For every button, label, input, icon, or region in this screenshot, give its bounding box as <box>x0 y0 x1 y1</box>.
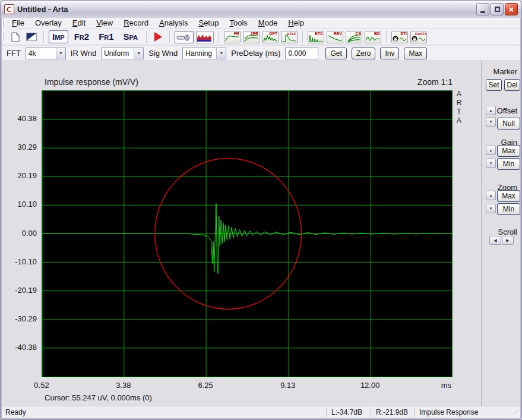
y-tick-label: -40.38 <box>2 343 37 352</box>
status-bar: Ready L:-34.7dB R:-21.9dB Impulse Respon… <box>1 406 521 418</box>
zoom-max-button[interactable]: Max <box>497 190 520 202</box>
tool-rasti-button[interactable]: RASTI <box>410 31 427 43</box>
gain-up-button[interactable]: ▲ <box>486 146 496 155</box>
maximize-button[interactable] <box>491 3 504 15</box>
menu-bar: FileOverlayEditViewRecordAnalysisSetupTo… <box>1 18 521 29</box>
spin-down-icon: ▼ <box>489 120 493 124</box>
offset-up-button[interactable]: ▲ <box>486 106 496 115</box>
menu-tools[interactable]: Tools <box>224 18 252 29</box>
tool-bd-button[interactable]: BD <box>365 31 381 43</box>
spin-up-icon: ▲ <box>489 149 493 152</box>
menu-analysis[interactable]: Analysis <box>154 18 193 29</box>
tool-fr-button[interactable]: FR <box>224 31 241 43</box>
fft-value: 4k <box>26 49 56 58</box>
arta-letter: T <box>455 108 463 116</box>
record-play-button[interactable] <box>151 31 164 43</box>
ir-wnd-select[interactable]: Uniform ▾ <box>101 48 144 59</box>
close-icon: × <box>509 5 514 14</box>
tool-etc-button[interactable]: ETC <box>308 31 324 43</box>
y-tick-label: -10.10 <box>2 257 37 266</box>
tool-sti-button[interactable]: STI <box>391 31 408 43</box>
tool-2fr-button[interactable]: 2FR <box>243 31 260 43</box>
generator-button[interactable] <box>175 31 194 43</box>
sti-icon-label: STI <box>400 31 407 36</box>
dft-icon-label: DFT <box>269 31 277 36</box>
mode-buttons: ImpFr2Fr1Spa <box>48 30 143 43</box>
tool-rev-button[interactable]: REV <box>327 31 343 43</box>
toolbar-separator <box>169 31 170 43</box>
offset-null-button[interactable]: Null <box>497 118 520 130</box>
zero-button[interactable]: Zero <box>352 48 376 59</box>
chevron-down-icon[interactable]: ▾ <box>134 48 143 59</box>
title-bar[interactable]: C Untitled - Arta × <box>0 0 522 18</box>
2fr-icon-label: 2FR <box>251 31 258 36</box>
toolbar-grip[interactable] <box>2 33 4 41</box>
scroll-left-icon: ◀ <box>493 238 496 243</box>
generator-mic-icon <box>175 33 191 43</box>
y-tick-label: 0.00 <box>2 229 37 238</box>
gain-max-button[interactable]: Max <box>497 145 520 157</box>
scroll-right-icon: ▶ <box>506 238 509 243</box>
zoom-down-button[interactable]: ▼ <box>486 204 496 213</box>
inv-button[interactable]: Inv <box>380 48 399 59</box>
y-tick-label: -20.19 <box>2 286 37 295</box>
scroll-left-button[interactable]: ◀ <box>489 236 501 245</box>
gain-min-button[interactable]: Min <box>497 158 520 170</box>
close-button[interactable]: × <box>505 3 518 15</box>
tool-dft-button[interactable]: DFT <box>262 31 279 43</box>
tool-fr1-button[interactable]: Fr1 <box>95 30 117 43</box>
spin-down-icon: ▼ <box>489 162 493 165</box>
fft-label: FFT <box>7 49 21 58</box>
zoom-up-button[interactable]: ▲ <box>486 191 496 200</box>
menu-grip[interactable] <box>2 19 4 27</box>
resize-grip[interactable]: ⋰ <box>498 409 521 416</box>
tool-step-button[interactable]: STEP <box>281 31 298 43</box>
signal-wave-button[interactable] <box>196 31 214 43</box>
zoom-min-button[interactable]: Min <box>497 203 520 215</box>
tool-spa-button[interactable]: Spa <box>120 30 141 43</box>
chevron-down-icon[interactable]: ▾ <box>56 48 65 59</box>
spin-up-icon: ▲ <box>489 194 493 197</box>
fft-select[interactable]: 4k ▾ <box>26 48 66 59</box>
minimize-button[interactable] <box>476 3 489 15</box>
marker-set-button[interactable]: Set <box>486 79 502 91</box>
menu-mode[interactable]: Mode <box>253 18 283 29</box>
gain-down-button[interactable]: ▼ <box>486 159 496 168</box>
x-tick-label: 9.13 <box>270 381 306 390</box>
impulse-chart <box>42 91 452 377</box>
tool-cs-button[interactable]: CS <box>346 31 362 43</box>
fr-icon-label: FR <box>234 31 239 36</box>
menu-overlay[interactable]: Overlay <box>30 18 67 29</box>
etc-icon-label: ETC <box>315 31 323 36</box>
toolbar-separator <box>386 31 387 43</box>
sig-wnd-select[interactable]: Hanning ▾ <box>182 48 226 59</box>
get-button[interactable]: Get <box>325 48 346 59</box>
new-file-button[interactable] <box>8 31 22 43</box>
impulse-plot[interactable] <box>42 90 453 377</box>
offset-down-button[interactable]: ▼ <box>486 117 496 127</box>
menu-view[interactable]: View <box>91 18 118 29</box>
scroll-right-button[interactable]: ▶ <box>502 236 514 245</box>
menu-file[interactable]: File <box>7 18 30 29</box>
tool-fr2-button[interactable]: Fr2 <box>71 30 93 43</box>
overlay-button[interactable] <box>24 31 39 43</box>
tool-imp-button[interactable]: Imp <box>49 30 68 43</box>
step-icon-label: STEP <box>287 31 296 36</box>
cs-icon-label: CS <box>355 31 361 36</box>
sig-wnd-value: Hanning <box>183 49 216 58</box>
max-button[interactable]: Max <box>404 48 427 59</box>
predelay-input[interactable] <box>285 48 318 59</box>
app-window: C Untitled - Arta × FileOverlayEditViewR… <box>0 0 522 420</box>
arta-letter: A <box>455 90 463 99</box>
menu-record[interactable]: Record <box>118 18 154 29</box>
y-tick-label: 30.29 <box>2 143 37 151</box>
chevron-down-icon[interactable]: ▾ <box>216 48 226 59</box>
toolbar-separator <box>302 31 303 43</box>
window-controls: × <box>476 3 518 15</box>
marker-del-button[interactable]: Del <box>504 79 520 91</box>
menu-setup[interactable]: Setup <box>193 18 224 29</box>
maximize-icon <box>495 7 500 12</box>
menu-edit[interactable]: Edit <box>67 18 91 29</box>
status-left-level: L:-34.7dB <box>327 408 371 416</box>
menu-help[interactable]: Help <box>283 18 309 29</box>
